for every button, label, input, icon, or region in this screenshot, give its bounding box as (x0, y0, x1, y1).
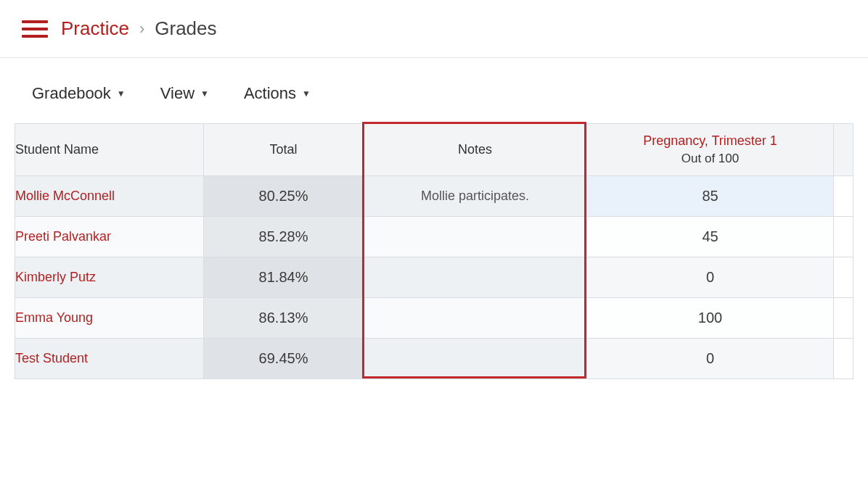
col-notes[interactable]: Notes (364, 124, 587, 176)
total-cell: 80.25% (204, 176, 364, 217)
notes-cell[interactable] (364, 339, 587, 379)
breadcrumb-current: Grades (155, 17, 216, 40)
table-row: Mollie McConnell80.25%Mollie participate… (15, 176, 853, 217)
total-cell: 81.84% (204, 257, 364, 298)
hamburger-menu-icon[interactable] (22, 20, 48, 38)
table-row: Test Student69.45%0 (15, 339, 853, 379)
notes-cell[interactable] (364, 298, 587, 339)
notes-cell[interactable]: Mollie participates. (364, 176, 587, 217)
gradebook-dropdown[interactable]: Gradebook ▼ (32, 84, 126, 103)
notes-cell[interactable] (364, 257, 587, 298)
caret-down-icon: ▼ (200, 88, 209, 99)
total-cell: 69.45% (204, 339, 364, 379)
actions-label: Actions (244, 84, 296, 103)
total-cell: 86.13% (204, 298, 364, 339)
gradebook-label: Gradebook (32, 84, 111, 103)
view-label: View (160, 84, 195, 103)
chevron-right-icon: › (139, 20, 144, 38)
spacer-cell (834, 257, 853, 298)
student-name-link[interactable]: Mollie McConnell (15, 176, 204, 217)
grades-table-container: Student Name Total Notes Pregnancy, Trim… (15, 123, 853, 379)
col-total[interactable]: Total (204, 124, 364, 176)
score-cell[interactable]: 100 (587, 298, 834, 339)
table-row: Preeti Palvankar85.28%45 (15, 217, 853, 257)
student-name-link[interactable]: Kimberly Putz (15, 257, 204, 298)
spacer-cell (834, 217, 853, 257)
gradebook-toolbar: Gradebook ▼ View ▼ Actions ▼ (0, 58, 868, 123)
grades-table: Student Name Total Notes Pregnancy, Trim… (15, 123, 853, 379)
student-name-link[interactable]: Emma Young (15, 298, 204, 339)
score-cell[interactable]: 45 (587, 217, 834, 257)
table-header-row: Student Name Total Notes Pregnancy, Trim… (15, 124, 853, 176)
table-row: Emma Young86.13%100 (15, 298, 853, 339)
spacer-cell (834, 339, 853, 379)
score-cell[interactable]: 85 (587, 176, 834, 217)
score-cell[interactable]: 0 (587, 339, 834, 379)
caret-down-icon: ▼ (302, 88, 311, 99)
page-header: Practice › Grades (0, 0, 868, 58)
spacer-cell (834, 298, 853, 339)
col-student-name[interactable]: Student Name (15, 124, 204, 176)
assignment-title: Pregnancy, Trimester 1 (587, 133, 833, 149)
view-dropdown[interactable]: View ▼ (160, 84, 209, 103)
caret-down-icon: ▼ (117, 88, 126, 99)
assignment-subtitle: Out of 100 (587, 152, 833, 166)
total-cell: 85.28% (204, 217, 364, 257)
actions-dropdown[interactable]: Actions ▼ (244, 84, 311, 103)
student-name-link[interactable]: Preeti Palvankar (15, 217, 204, 257)
breadcrumb: Practice › Grades (61, 17, 217, 40)
notes-cell[interactable] (364, 217, 587, 257)
student-name-link[interactable]: Test Student (15, 339, 204, 379)
table-row: Kimberly Putz81.84%0 (15, 257, 853, 298)
spacer-cell (834, 176, 853, 217)
breadcrumb-root-link[interactable]: Practice (61, 17, 129, 40)
score-cell[interactable]: 0 (587, 257, 834, 298)
col-spacer (834, 124, 853, 176)
col-assignment[interactable]: Pregnancy, Trimester 1 Out of 100 (587, 124, 834, 176)
